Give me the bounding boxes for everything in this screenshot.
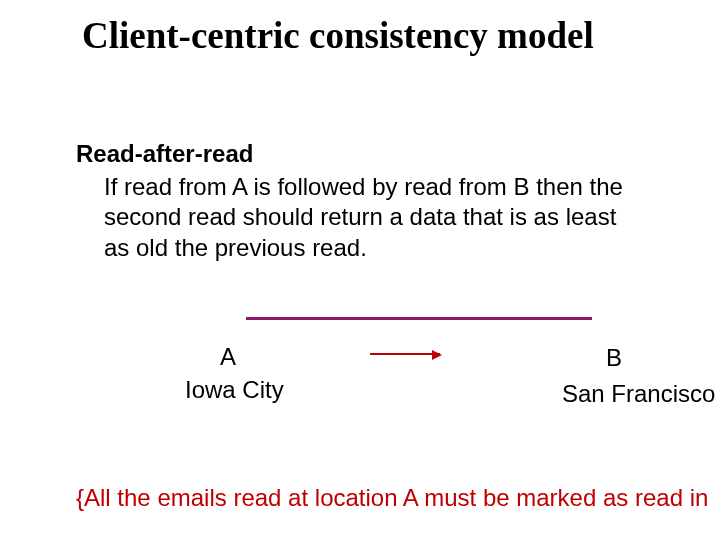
section-paragraph: If read from A is followed by read from … [104,172,644,264]
node-b-city: San Francisco [562,379,715,410]
slide: Client-centric consistency model Read-af… [0,0,720,540]
node-a-city: Iowa City [185,375,284,406]
footnote: {All the emails read at location A must … [76,484,708,512]
arrow-icon [370,353,440,355]
body-block: Read-after-read If read from A is follow… [76,139,720,439]
horizontal-bar [246,317,592,320]
node-b-label: B [606,343,622,374]
slide-title: Client-centric consistency model [82,14,720,57]
diagram: A B Iowa City San Francisco [76,319,720,439]
section-subhead: Read-after-read [76,139,720,170]
node-a-label: A [220,342,236,373]
